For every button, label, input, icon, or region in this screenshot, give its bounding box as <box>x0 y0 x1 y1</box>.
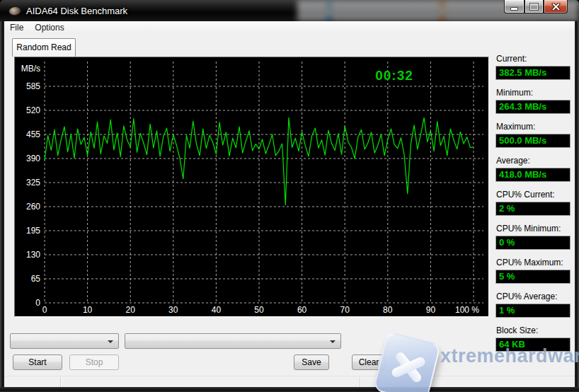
svg-text:90: 90 <box>426 305 436 315</box>
stat-row: Minimum:264.3 MB/s <box>495 88 571 114</box>
svg-text:520: 520 <box>26 105 40 115</box>
stat-row: CPU% Minimum:0 % <box>495 224 571 250</box>
stat-row: Average:418.0 MB/s <box>495 156 571 182</box>
stat-value: 264.3 MB/s <box>495 100 571 114</box>
svg-text:0: 0 <box>35 298 40 308</box>
benchmark-chart-panel: 0651301952603253904555205850102030405060… <box>14 57 489 317</box>
stat-label: CPU% Maximum: <box>496 258 571 267</box>
stat-value: 500.0 MB/s <box>495 134 571 148</box>
status-bar-divider <box>360 377 361 387</box>
aida64-window: AIDA64 Disk Benchmark File Options Rando… <box>0 0 579 392</box>
svg-text:80: 80 <box>383 305 393 315</box>
close-button[interactable] <box>544 0 568 13</box>
window-frame-bottom <box>0 387 579 392</box>
svg-text:20: 20 <box>126 305 136 315</box>
svg-text:455: 455 <box>26 129 40 139</box>
svg-text:260: 260 <box>26 202 40 212</box>
stat-value: 1 % <box>495 304 571 318</box>
disk-drive-select[interactable]: Disk Drive #0 [ATA SPCC SSD101] (111.8 G… <box>125 333 341 349</box>
svg-text:195: 195 <box>26 226 40 236</box>
stat-row: CPU% Maximum:5 % <box>495 258 571 284</box>
status-bar <box>4 376 575 388</box>
maximize-icon <box>530 4 538 10</box>
stat-label: CPU% Current: <box>496 190 571 200</box>
stat-row: CPU% Current:2 % <box>495 190 571 216</box>
svg-text:70: 70 <box>340 305 350 315</box>
chevron-down-icon <box>330 340 336 343</box>
stat-label: Maximum: <box>496 122 571 132</box>
titlebar: AIDA64 Disk Benchmark <box>0 0 579 21</box>
stop-button[interactable]: Stop <box>69 354 119 370</box>
svg-text:60: 60 <box>297 305 307 315</box>
stats-panel: Current:382.5 MB/sMinimum:264.3 MB/sMaxi… <box>495 54 571 359</box>
maximize-button[interactable] <box>524 0 544 13</box>
stat-row: Maximum:500.0 MB/s <box>495 122 571 148</box>
stat-label: Block Size: <box>496 325 571 335</box>
status-bar-divider <box>60 377 62 387</box>
svg-text:30: 30 <box>168 305 178 315</box>
menu-file[interactable]: File <box>4 21 29 34</box>
svg-text:10: 10 <box>83 305 93 315</box>
stat-value: 382.5 MB/s <box>495 66 571 80</box>
minimize-icon <box>510 7 518 11</box>
svg-text:40: 40 <box>212 305 222 315</box>
stat-label: Minimum: <box>496 88 571 98</box>
stat-label: CPU% Minimum: <box>496 224 571 234</box>
stat-row: Block Size:64 KB <box>495 325 571 352</box>
save-button[interactable]: Save <box>294 354 329 370</box>
svg-text:585: 585 <box>26 81 40 91</box>
window-title: AIDA64 Disk Benchmark <box>26 6 127 16</box>
svg-text:325: 325 <box>26 178 40 188</box>
stat-value: 64 KB <box>495 338 571 352</box>
stat-value: 2 % <box>495 202 571 216</box>
svg-text:0: 0 <box>42 305 47 315</box>
stat-row: CPU% Average:1 % <box>495 292 571 318</box>
clear-button[interactable]: Clear <box>352 354 386 370</box>
benchmark-chart: 0651301952603253904555205850102030405060… <box>15 57 488 316</box>
tab-random-read[interactable]: Random Read <box>12 38 76 57</box>
window-frame-right <box>575 21 579 392</box>
stat-label: CPU% Average: <box>496 292 571 301</box>
svg-text:390: 390 <box>26 154 40 163</box>
stat-row: Current:382.5 MB/s <box>495 54 571 80</box>
close-icon <box>551 3 561 11</box>
stat-value: 418.0 MB/s <box>495 168 571 182</box>
app-disk-icon <box>8 6 21 16</box>
svg-text:MB/s: MB/s <box>21 64 40 74</box>
stat-label: Current: <box>496 54 571 64</box>
menu-options[interactable]: Options <box>29 21 69 34</box>
menu-bar: File Options <box>4 21 575 34</box>
stat-label: Average: <box>496 156 571 166</box>
svg-text:65: 65 <box>31 274 41 284</box>
caption-buttons <box>504 0 568 13</box>
chevron-down-icon <box>108 340 113 343</box>
stat-value: 5 % <box>495 270 571 284</box>
content-area: Random Read 0651301952603253904555205850… <box>4 34 575 387</box>
start-button[interactable]: Start <box>13 354 62 370</box>
svg-text:130: 130 <box>26 250 40 260</box>
minimize-button[interactable] <box>504 0 524 13</box>
svg-text:100 %: 100 % <box>455 305 479 315</box>
stat-value: 0 % <box>495 236 571 250</box>
svg-text:00:32: 00:32 <box>375 68 413 83</box>
svg-text:50: 50 <box>254 305 264 315</box>
benchmark-type-select[interactable]: Random Read <box>10 333 119 349</box>
